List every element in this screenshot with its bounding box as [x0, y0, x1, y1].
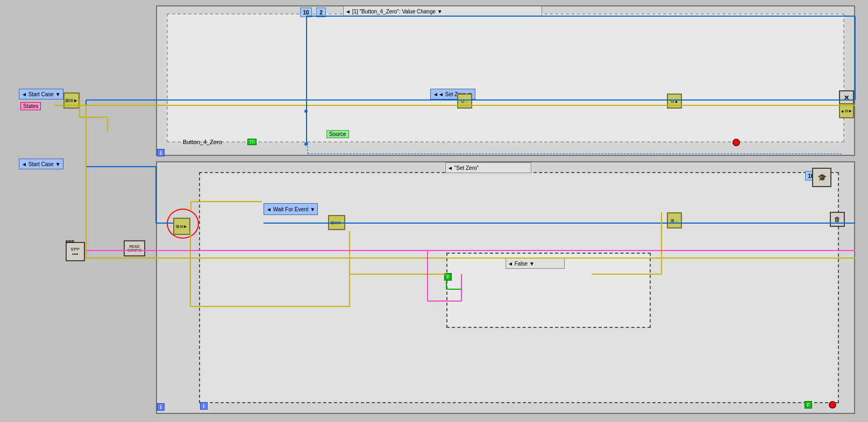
f-box-bottom: F [805, 401, 812, 409]
value-change-selector[interactable]: ◄ [1] "Button_4_Zero": Value Change ▼ [343, 6, 542, 17]
block-node-bottom-right: ⊞... [667, 212, 682, 228]
num-10-top: 10 [300, 8, 312, 17]
bool-indicator: TF [247, 139, 257, 145]
block-node-bottom-mid: ⊞III► [328, 215, 345, 230]
block-node-top-right: ⊡▲ [667, 94, 682, 109]
button-4-zero-label: Button_4_Zero [183, 139, 222, 145]
main-node-top: ⊞III► [63, 92, 80, 109]
wire-dot-2 [304, 142, 308, 146]
epp-label: EPP [66, 239, 74, 244]
start-case-1[interactable]: ◄ Start Case ▼ [19, 89, 63, 99]
x-node-sub: ▲III► [839, 103, 854, 118]
epp-node: EPP▪▪▪▪ [66, 242, 85, 261]
block-node-top-mid: ⊡... [457, 94, 472, 109]
source-label: Source [326, 130, 349, 138]
inner-frame-top [167, 13, 844, 142]
stop-button-bottom[interactable] [829, 401, 836, 409]
i-label-bottom: i [157, 403, 165, 411]
start-case-2[interactable]: ◄ Start Case ▼ [19, 159, 63, 169]
read-config-node: READ CONFIG [124, 240, 145, 256]
set-zero-bottom[interactable]: ◄ "Set Zero" [445, 162, 531, 173]
delete-node-bottom: 🗑 [830, 212, 845, 227]
wait-for-event[interactable]: ◄ Wait For Event ▼ [264, 203, 318, 215]
false-selector[interactable]: ◄ False ▼ [506, 258, 565, 269]
highlight-circle [167, 209, 199, 239]
i-label-top: i [157, 149, 165, 156]
wire-dot-1 [304, 110, 308, 113]
hat-icon-node: 🎓 [812, 168, 831, 187]
states-label: States [20, 102, 41, 110]
num-2-top: 2 [316, 8, 326, 17]
stop-button-top[interactable] [732, 139, 740, 146]
i-label-inner: i [200, 402, 208, 410]
f-box-left: F [444, 273, 452, 281]
